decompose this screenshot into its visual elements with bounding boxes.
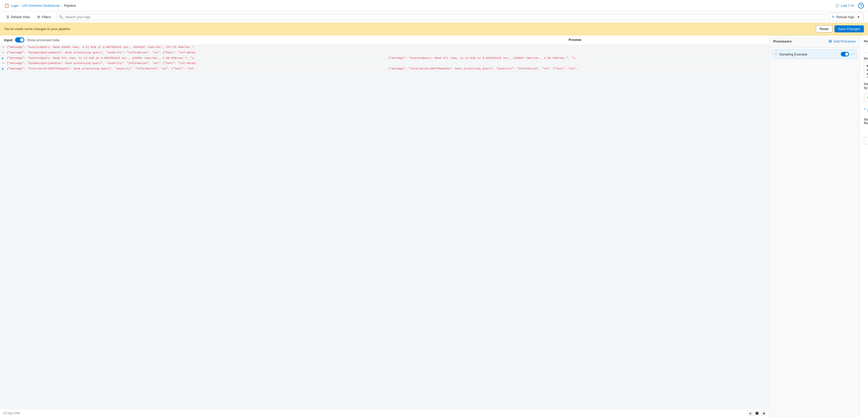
- help-button[interactable]: ?: [858, 3, 864, 8]
- log-text: {"message": "executeQuery: Read 671 rows…: [7, 57, 195, 60]
- reload-icon: ↻: [832, 15, 835, 19]
- time-range-label: Last 1 hr: [841, 4, 854, 7]
- log-entry[interactable]: ▶ {"message": "InterserverIOHTTPHandler:…: [0, 66, 769, 72]
- reload-button[interactable]: ↻ Reload logs ▾: [829, 13, 864, 21]
- log-text: {"message": "executeQuery: Read 63069 ro…: [7, 46, 767, 49]
- reset-button[interactable]: Reset: [816, 25, 832, 32]
- add-processor-button[interactable]: ⊕ Add Processor: [828, 38, 856, 44]
- show-processed-label: Show processed data: [27, 38, 59, 42]
- breadcrumb-pipeline: Pipeline: [64, 4, 76, 7]
- sampling-rate-label: Sampling Rate: [864, 118, 868, 125]
- search-bar: 🔍: [56, 14, 826, 20]
- name-input[interactable]: [864, 44, 868, 53]
- reload-label: Reload logs: [836, 15, 854, 19]
- description-input[interactable]: [864, 62, 868, 77]
- add-processor-label: Add Processor: [834, 39, 856, 43]
- log-entries: − {"message": "executeQuery: Read 63069 …: [0, 45, 769, 409]
- log-entry[interactable]: ▶ {"message": "executeQuery: Read 671 ro…: [0, 56, 769, 61]
- clock-icon: 🕐: [835, 4, 839, 7]
- processor-toggle[interactable]: [841, 52, 849, 57]
- drag-handle-icon[interactable]: ⠿: [775, 52, 777, 56]
- log-entry[interactable]: − {"message": "executeQuery: Read 63069 …: [0, 45, 769, 50]
- filters-button[interactable]: ⚙ Filters: [35, 14, 53, 20]
- view-grid-icon[interactable]: ▦: [761, 411, 766, 416]
- reload-dropdown-arrow[interactable]: ▾: [856, 14, 861, 20]
- menu-icon: ☰: [6, 15, 9, 19]
- log-text: {"message": "DynamicQueryHandler: Done p…: [7, 51, 767, 54]
- add-icon: ⊕: [828, 38, 832, 44]
- breadcrumb-logs[interactable]: Logs: [11, 4, 18, 7]
- log-header: Input Show processed data Preview: [0, 35, 769, 45]
- sampling-rate-input[interactable]: [864, 137, 868, 145]
- config-panel: Name Description Filter by i: [860, 35, 868, 417]
- view-list-icon[interactable]: ▤: [748, 411, 753, 416]
- filter-by-label: Filter by: [864, 82, 868, 90]
- plus-icon: +: [864, 107, 866, 111]
- log-count: 10 logs total: [3, 411, 20, 415]
- filter-icon: ⚙: [37, 15, 40, 19]
- logs-icon: 📋: [4, 3, 9, 8]
- collapse-icon[interactable]: −: [2, 51, 5, 55]
- filter-key-tag[interactable]: + severity: [864, 94, 868, 102]
- log-entry[interactable]: − {"message": "DynamicQueryHandler: Done…: [0, 50, 769, 56]
- log-preview-text: {"message": "InterserverIOHTTPHandler: D…: [388, 67, 579, 70]
- save-changes-button[interactable]: Save Changes: [835, 25, 864, 32]
- processors-header: Processors ⊕ Add Processor: [770, 35, 860, 47]
- log-entry[interactable]: − {"message": "DynamicQueryHandler: Done…: [0, 61, 769, 66]
- log-text: {"message": "InterserverIOHTTPHandler: D…: [7, 67, 197, 70]
- changes-banner: You've made some changes to your pipelin…: [0, 23, 868, 35]
- new-filter-button[interactable]: + New Filter: [864, 104, 868, 113]
- collapse-icon[interactable]: −: [2, 62, 5, 65]
- breadcrumb-sep-1: ›: [20, 4, 21, 7]
- processor-list: ⠿ Sampling Example ···: [770, 47, 860, 61]
- processor-more-icon[interactable]: ···: [851, 52, 855, 57]
- search-icon: 🔍: [59, 15, 63, 19]
- default-view-label: Default View: [11, 15, 30, 19]
- filters-label: Filters: [42, 15, 51, 19]
- expand-icon[interactable]: ▶: [2, 57, 5, 60]
- processors-panel: Processors ⊕ Add Processor ⠿ Sampling Ex…: [770, 35, 860, 417]
- collapse-icon[interactable]: −: [2, 46, 5, 49]
- banner-message: You've made some changes to your pipelin…: [4, 27, 70, 31]
- processors-title: Processors: [773, 39, 792, 43]
- time-range-selector[interactable]: 🕐 Last 1 hr: [835, 4, 854, 7]
- log-text: {"message": "DynamicQueryHandler: Done p…: [7, 62, 767, 65]
- breadcrumb-clickhouse[interactable]: US.Common.ClickHouse: [23, 4, 60, 7]
- default-view-button[interactable]: ☰ Default View: [4, 14, 32, 20]
- log-preview-text: {"message": "executeQuery: Read 671 rows…: [388, 57, 577, 60]
- view-icons: ▤ ⬛ ▦: [748, 411, 766, 416]
- filter-tag-plus-icon: +: [867, 95, 868, 100]
- preview-label: Preview: [385, 37, 765, 42]
- input-label: Input: [4, 38, 12, 42]
- log-footer: 10 logs total ▤ ⬛ ▦: [0, 409, 769, 417]
- show-processed-toggle[interactable]: [15, 37, 24, 42]
- view-split-icon[interactable]: ⬛: [754, 411, 760, 416]
- processor-item[interactable]: ⠿ Sampling Example ···: [772, 49, 857, 59]
- search-input[interactable]: [65, 15, 823, 19]
- banner-actions: Reset Save Changes: [816, 25, 864, 32]
- expand-icon[interactable]: ▶: [2, 67, 5, 70]
- processor-name: Sampling Example: [779, 53, 839, 56]
- breadcrumb-sep-2: ›: [61, 4, 62, 7]
